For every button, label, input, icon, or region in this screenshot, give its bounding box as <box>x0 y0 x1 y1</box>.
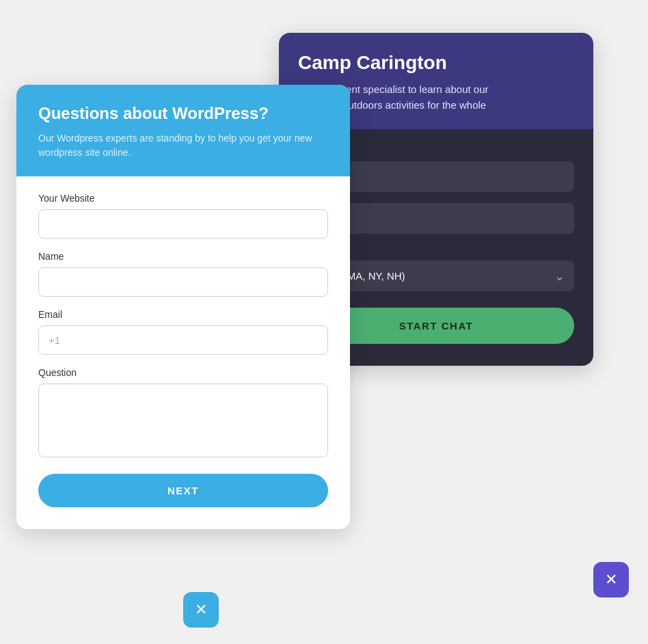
wp-question-textarea[interactable] <box>38 384 328 457</box>
wp-card: Questions about WordPress? Our Wordpress… <box>16 85 350 529</box>
wp-email-input[interactable] <box>38 325 328 355</box>
wp-card-title: Questions about WordPress? <box>38 104 328 123</box>
wp-name-label: Name <box>38 251 328 262</box>
wp-close-button[interactable]: ✕ <box>183 592 219 628</box>
wp-website-label: Your Website <box>38 193 328 204</box>
wp-card-description: Our Wordpress experts are standing by to… <box>38 131 328 160</box>
wp-email-label: Email <box>38 309 328 320</box>
wp-close-button-wrapper: ✕ <box>183 592 219 628</box>
close-icon: ✕ <box>195 601 207 619</box>
next-button[interactable]: NEXT <box>38 474 328 507</box>
wp-question-label: Question <box>38 367 328 378</box>
wp-name-input[interactable] <box>38 267 328 297</box>
close-icon: ✕ <box>605 571 617 589</box>
camp-close-button[interactable]: ✕ <box>593 562 629 598</box>
wp-card-header: Questions about WordPress? Our Wordpress… <box>16 85 350 176</box>
wp-card-body: Your Website Name Email Question NEXT <box>16 176 350 529</box>
wp-website-input[interactable] <box>38 209 328 239</box>
camp-card-title: Camp Carington <box>298 52 574 74</box>
